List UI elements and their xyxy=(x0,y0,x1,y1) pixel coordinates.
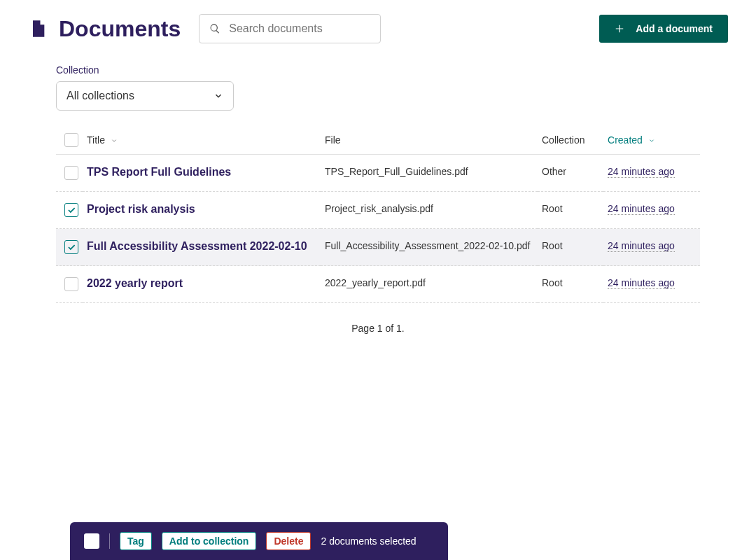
bulk-selection-status: 2 documents selected xyxy=(321,536,416,547)
add-document-label: Add a document xyxy=(636,23,713,34)
add-document-button[interactable]: Add a document xyxy=(599,15,728,43)
document-icon xyxy=(28,19,48,38)
bulk-action-bar: Tag Add to collection Delete 2 documents… xyxy=(70,522,448,560)
document-created-link[interactable]: 24 minutes ago xyxy=(608,277,675,289)
row-checkbox[interactable] xyxy=(64,203,78,217)
column-header-created[interactable]: Created xyxy=(603,126,700,155)
collection-select-value: All collections xyxy=(66,90,134,102)
row-checkbox[interactable] xyxy=(64,277,78,291)
column-header-title[interactable]: Title xyxy=(83,126,321,155)
column-header-collection[interactable]: Collection xyxy=(538,126,603,155)
page-header: Documents Add a document xyxy=(0,0,756,43)
bulk-delete-button[interactable]: Delete xyxy=(266,532,311,550)
document-file: 2022_yearly_report.pdf xyxy=(321,266,538,303)
bulk-add-collection-button[interactable]: Add to collection xyxy=(162,532,257,550)
collection-select[interactable]: All collections xyxy=(56,81,234,111)
page-title: Documents xyxy=(59,16,181,42)
search-input[interactable] xyxy=(227,22,380,36)
document-file: TPS_Report_Full_Guidelines.pdf xyxy=(321,155,538,192)
document-title-link[interactable]: TPS Report Full Guidelines xyxy=(87,166,231,178)
collection-filter-label: Collection xyxy=(56,64,700,76)
document-created-link[interactable]: 24 minutes ago xyxy=(608,203,675,215)
document-created-link[interactable]: 24 minutes ago xyxy=(608,166,675,178)
sort-icon xyxy=(648,137,655,144)
document-created-link[interactable]: 24 minutes ago xyxy=(608,240,675,252)
document-collection: Root xyxy=(538,192,603,229)
chevron-down-icon xyxy=(214,91,223,101)
table-row: 2022 yearly report2022_yearly_report.pdf… xyxy=(56,266,700,303)
documents-table: Title File Collection Created TPS Report… xyxy=(56,126,700,303)
document-title-link[interactable]: Project risk analysis xyxy=(87,203,195,215)
document-collection: Root xyxy=(538,266,603,303)
bulk-tag-button[interactable]: Tag xyxy=(120,532,152,550)
document-collection: Root xyxy=(538,229,603,266)
table-row: Project risk analysisProject_risk_analys… xyxy=(56,192,700,229)
row-checkbox[interactable] xyxy=(64,240,78,254)
select-all-checkbox[interactable] xyxy=(64,133,78,147)
divider xyxy=(109,533,110,549)
search-icon xyxy=(209,23,220,34)
document-file: Project_risk_analysis.pdf xyxy=(321,192,538,229)
content-area: Collection All collections Title File Co… xyxy=(0,43,756,334)
document-file: Full_Accessibility_Assessment_2022-02-10… xyxy=(321,229,538,266)
document-title-link[interactable]: Full Accessibility Assessment 2022-02-10 xyxy=(87,240,307,252)
search-field[interactable] xyxy=(199,14,381,43)
row-checkbox[interactable] xyxy=(64,166,78,180)
table-row: Full Accessibility Assessment 2022-02-10… xyxy=(56,229,700,266)
pagination-status: Page 1 of 1. xyxy=(56,323,700,334)
bulk-select-all-checkbox[interactable] xyxy=(84,533,99,549)
document-title-link[interactable]: 2022 yearly report xyxy=(87,277,183,289)
column-header-file[interactable]: File xyxy=(321,126,538,155)
sort-icon xyxy=(111,137,118,144)
table-row: TPS Report Full GuidelinesTPS_Report_Ful… xyxy=(56,155,700,192)
plus-icon xyxy=(615,24,624,34)
document-collection: Other xyxy=(538,155,603,192)
